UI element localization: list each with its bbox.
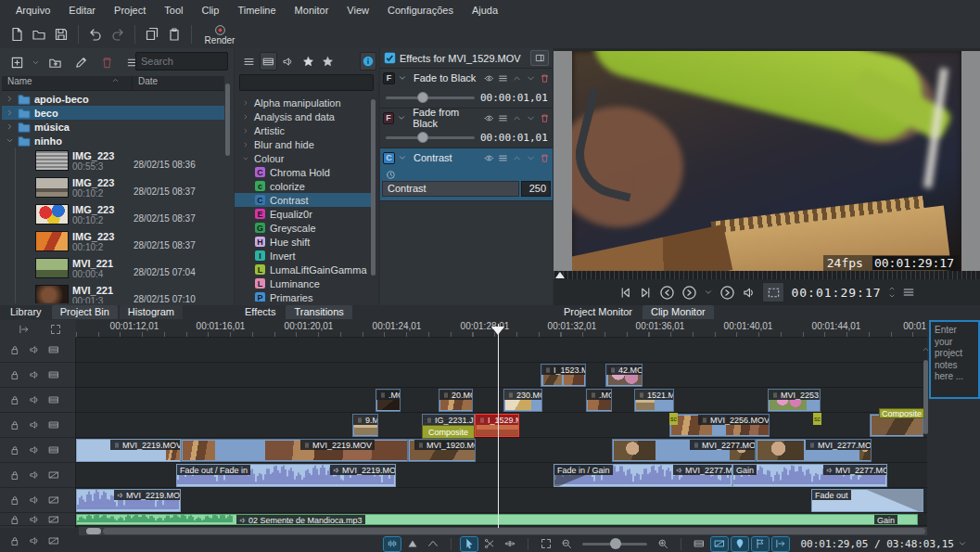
effect-item-hue-shift[interactable]: HHue shift [235, 235, 372, 249]
contrast-slider[interactable]: Contrast [382, 181, 519, 197]
effect-menu-icon[interactable] [498, 73, 508, 83]
mute-track-icon[interactable] [29, 369, 40, 380]
fit-zone-toggle[interactable] [772, 537, 789, 551]
effect-item-chroma-hold[interactable]: CChroma Hold [235, 165, 372, 179]
menu-editar[interactable]: Editar [60, 2, 104, 19]
timeline-horizontal-scrollbar[interactable] [79, 527, 927, 535]
effect-item-equaliz0r[interactable]: EEqualiz0r [235, 207, 372, 221]
bin-clip-row[interactable]: IMG_22300:55:328/02/15 08:36 [2, 148, 224, 174]
move-effect-down-icon[interactable] [526, 113, 536, 123]
stack-panel-button[interactable] [530, 50, 549, 66]
timeline-clip-42-mov[interactable]: 42.MOV [605, 364, 643, 387]
collapse-effect-icon[interactable] [397, 113, 406, 122]
effect-block-fade-from-black[interactable]: FFade from Black00:00:01,01 [380, 109, 553, 148]
save-button[interactable] [50, 23, 72, 45]
tab-clip-monitor[interactable]: Clip Monitor [643, 305, 714, 319]
timeline-vertical-scrollbar[interactable] [923, 340, 929, 527]
menu-project[interactable]: Project [106, 2, 154, 19]
play-forward-button[interactable] [719, 285, 735, 301]
effect-category-2[interactable]: Artistic [235, 123, 372, 137]
open-folder-button[interactable] [28, 23, 50, 45]
folder-row-apoio-beco[interactable]: apoio-beco [2, 92, 224, 106]
bin-clip-row[interactable]: IMG_22300:10:228/02/15 08:37 [2, 174, 224, 201]
effect-menu-icon[interactable] [498, 153, 508, 163]
mute-track-icon[interactable] [29, 344, 40, 355]
timeline-tracks[interactable]: I_1523.MOV42.MOV.MOV20.MOV230.MOV.MOV152… [76, 338, 927, 528]
menu-monitor[interactable]: Monitor [286, 2, 337, 19]
timeline-clip-02-semente-de-mandioca-mp3[interactable]: 02 Semente de Mandioca.mp3Gain [76, 514, 918, 525]
mute-track-icon[interactable] [29, 419, 40, 430]
volume-button[interactable] [742, 286, 756, 300]
delete-clip-button[interactable] [95, 51, 118, 73]
new-document-button[interactable] [6, 23, 28, 45]
zoom-in-button[interactable] [655, 537, 671, 551]
timeline-clip-9-mov[interactable]: 9.MOV [352, 414, 378, 437]
timecode-menu-icon[interactable] [958, 539, 967, 548]
monitor-menu-button[interactable] [902, 286, 915, 299]
marker-badge[interactable]: sc [813, 413, 821, 425]
effects-search-input[interactable] [239, 74, 374, 91]
menu-timeline[interactable]: Timeline [229, 2, 284, 19]
timeline-clip-i-1523-mov[interactable]: I_1523.MOV [541, 364, 586, 387]
playhead-line[interactable] [498, 324, 499, 528]
copy-button[interactable] [141, 23, 163, 45]
add-clip-caret-icon[interactable] [32, 58, 40, 67]
monitor-timecode-spinner[interactable] [888, 285, 896, 300]
razor-tool[interactable] [481, 537, 498, 551]
zoom-fit-button[interactable] [538, 537, 554, 551]
menu-clip[interactable]: Clip [193, 2, 227, 19]
menu-arquivo[interactable]: Arquivo [7, 2, 58, 19]
column-date[interactable]: Date [132, 76, 158, 90]
effects-scrollbar[interactable] [371, 97, 376, 300]
mute-track-icon[interactable] [29, 514, 40, 525]
lock-track-icon[interactable] [9, 444, 20, 456]
effect-item-luminance[interactable]: LLuminance [235, 276, 372, 290]
timeline-corner-icon-left[interactable] [19, 324, 30, 335]
mute-track-icon[interactable] [29, 444, 40, 456]
collapse-effect-icon[interactable] [398, 153, 407, 162]
redo-button[interactable] [107, 23, 129, 45]
tab-library[interactable]: Library [2, 305, 50, 319]
expander-icon[interactable] [6, 136, 14, 145]
timeline-clip-20-mov[interactable]: 20.MOV [439, 389, 473, 412]
edit-clip-button[interactable] [70, 51, 92, 73]
timeline-clip--mov[interactable]: .MOV [586, 389, 612, 412]
bin-clip-row[interactable]: MVI_22100:00:428/02/15 07:04 [2, 255, 224, 282]
play-options-icon[interactable] [704, 288, 713, 297]
track-type-icon[interactable] [48, 344, 59, 355]
monitor-zone-marker[interactable] [555, 272, 565, 278]
marker-badge[interactable]: sc [669, 413, 678, 425]
play-backward-button[interactable] [659, 285, 675, 301]
timeline-clip-mvi-2256-mov[interactable]: MVI_2256.MOV [669, 414, 770, 437]
folder-row-ninho[interactable]: ninho [2, 134, 224, 148]
lock-track-icon[interactable] [9, 419, 20, 430]
track-type-icon[interactable] [48, 369, 59, 380]
curve-mode-icon[interactable] [425, 537, 441, 551]
effect-item-lumaliftgaingamma[interactable]: LLumaLiftGainGamma [235, 263, 372, 276]
play-button[interactable] [681, 285, 697, 301]
bin-clip-row[interactable]: IMG_22300:10:228/02/15 08:37 [2, 201, 224, 228]
favorite-effects-button[interactable] [319, 52, 336, 71]
lock-track-icon[interactable] [9, 369, 20, 380]
bin-clip-row[interactable]: IMG_22300:10:228/02/15 08:37 [2, 228, 224, 255]
timeline-corner-icon-right[interactable] [50, 324, 61, 335]
zoom-out-button[interactable] [558, 537, 575, 551]
custom-effects-button[interactable] [299, 52, 316, 71]
mute-track-icon[interactable] [29, 494, 40, 506]
effect-category-1[interactable]: Analysis and data [235, 109, 372, 123]
track-type-icon[interactable] [48, 394, 59, 405]
tab-project-bin[interactable]: Project Bin [52, 305, 118, 319]
monitor-seek-ruler[interactable] [554, 271, 980, 279]
menu-tool[interactable]: Tool [156, 2, 191, 19]
transition-composite[interactable]: Composite [879, 408, 924, 418]
go-start-button[interactable] [618, 286, 632, 300]
expander-icon[interactable] [6, 109, 14, 117]
delete-effect-icon[interactable] [540, 153, 550, 163]
mix-audio-icon[interactable] [404, 537, 421, 551]
lock-track-icon[interactable] [9, 514, 20, 525]
zone-toggle-button[interactable] [762, 282, 784, 302]
track-type-icon[interactable] [48, 444, 59, 456]
delete-effect-icon[interactable] [540, 113, 550, 123]
delete-effect-icon[interactable] [540, 73, 550, 83]
effect-menu-icon[interactable] [498, 113, 508, 123]
